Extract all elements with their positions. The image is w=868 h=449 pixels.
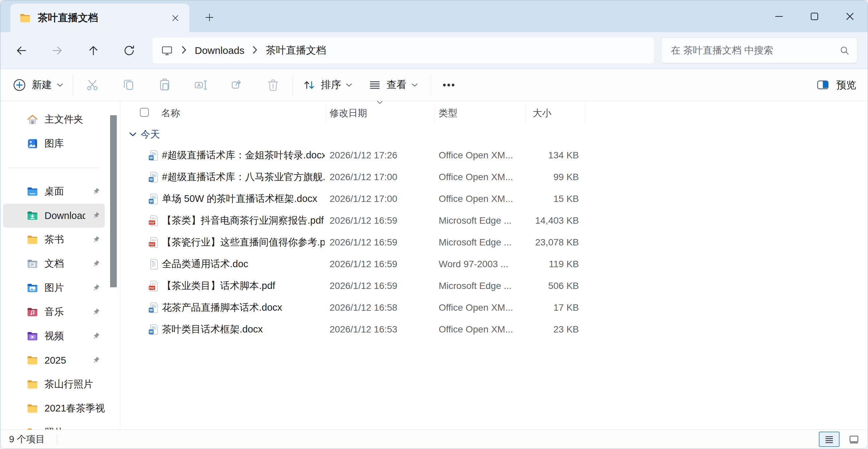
select-all-checkbox[interactable] xyxy=(140,108,149,117)
sidebar-item-documents[interactable]: 文档 xyxy=(3,252,105,276)
file-name: #超级直播话术库：金姐茶叶转录.docx xyxy=(162,149,324,162)
main-area: 主文件夹图库桌面Downloads茶书文档图片音乐视频2025茶山行照片2021… xyxy=(0,101,868,430)
sidebar-item-videos[interactable]: 视频 xyxy=(3,324,105,348)
titlebar[interactable]: 茶叶直播文档 xyxy=(0,0,868,32)
table-row[interactable]: W茶叶类目话术框架.docx2026/1/12 16:53Office Open… xyxy=(121,319,868,340)
table-row[interactable]: W#超级直播话术库：金姐茶叶转录.docx2026/1/12 17:26Offi… xyxy=(121,144,868,166)
search-input[interactable] xyxy=(670,44,839,56)
sidebar-item-teamount-photos[interactable]: 茶山行照片 xyxy=(3,372,105,396)
window-controls xyxy=(761,0,868,32)
file-size: 23,078 KB xyxy=(524,237,584,248)
minimize-button[interactable] xyxy=(761,0,797,32)
file-date-modified: 2026/1/12 16:59 xyxy=(324,215,433,226)
preview-toggle-button[interactable]: 预览 xyxy=(815,78,856,92)
table-row[interactable]: W花茶产品直播脚本话术.docx2026/1/12 16:58Office Op… xyxy=(121,297,868,319)
desktop-icon xyxy=(26,185,38,198)
rename-button[interactable] xyxy=(192,76,210,94)
this-pc-icon[interactable] xyxy=(161,44,173,57)
file-type: Office Open XM... xyxy=(433,150,524,161)
sidebar-item-2021-spring-tea[interactable]: 2021春茶季视频 xyxy=(3,396,105,421)
details-view-icon xyxy=(823,433,835,445)
forward-button[interactable] xyxy=(48,41,67,60)
sort-button-label: 排序 xyxy=(321,78,341,92)
sort-direction-icon xyxy=(377,101,383,106)
tab-close-icon[interactable] xyxy=(168,11,183,25)
breadcrumb-chevron-icon[interactable] xyxy=(252,45,258,56)
large-icons-view-button[interactable] xyxy=(844,431,864,447)
breadcrumb-chevron-icon[interactable] xyxy=(181,45,187,56)
breadcrumb: Downloads 茶叶直播文档 xyxy=(153,37,654,63)
pin-icon xyxy=(91,259,101,269)
table-row[interactable]: W#超级直播话术库：八马茶业官方旗舰...2026/1/12 17:00Offi… xyxy=(121,166,868,188)
sidebar-item-photos-partial[interactable]: 照片 xyxy=(3,421,105,430)
view-button[interactable]: 查看 xyxy=(368,78,418,92)
tab-title: 茶叶直播文档 xyxy=(38,11,161,25)
sidebar-item-tea-books[interactable]: 茶书 xyxy=(3,228,105,252)
breadcrumb-downloads[interactable]: Downloads xyxy=(195,45,244,56)
file-name: 茶叶类目话术框架.docx xyxy=(162,323,324,336)
sidebar-scrollbar[interactable] xyxy=(110,115,117,287)
file-type: Microsoft Edge ... xyxy=(433,280,524,291)
file-size: 15 KB xyxy=(524,193,584,204)
explorer-tab[interactable]: 茶叶直播文档 xyxy=(10,4,189,32)
downloads-icon xyxy=(26,210,38,222)
sidebar-item-2025[interactable]: 2025 xyxy=(3,348,105,372)
more-options-button[interactable] xyxy=(440,76,458,94)
group-collapse-icon xyxy=(129,132,136,137)
table-row[interactable]: 全品类通用话术.doc2026/1/12 16:59Word 97-2003 .… xyxy=(121,253,868,275)
command-toolbar: 新建 排序 查看 xyxy=(0,69,868,101)
table-row[interactable]: PDF【茶瓷行业】这些直播间值得你参考.p...2026/1/12 16:59M… xyxy=(121,231,868,253)
sidebar-item-music[interactable]: 音乐 xyxy=(3,300,105,324)
file-type: Microsoft Edge ... xyxy=(433,215,524,226)
column-header-size[interactable]: 大小 xyxy=(533,107,552,120)
close-button[interactable] xyxy=(832,0,868,32)
details-view-button[interactable] xyxy=(819,431,840,447)
sidebar-item-home[interactable]: 主文件夹 xyxy=(3,108,105,131)
column-header-type[interactable]: 类型 xyxy=(439,107,458,120)
table-row[interactable]: W单场 50W 的茶叶直播话术框架.docx2026/1/12 17:00Off… xyxy=(121,188,868,210)
up-button[interactable] xyxy=(84,41,103,60)
status-bar: 9 个项目 xyxy=(0,429,868,449)
music-icon xyxy=(26,306,38,318)
search-icon[interactable] xyxy=(839,45,850,56)
file-type: Office Open XM... xyxy=(433,324,524,335)
column-header-row: 名称 修改日期 类型 大小 xyxy=(121,101,868,124)
column-header-date[interactable]: 修改日期 xyxy=(330,107,367,120)
folder-icon xyxy=(26,378,38,390)
svg-text:PDF: PDF xyxy=(149,221,155,224)
maximize-button[interactable] xyxy=(797,0,832,32)
paste-button[interactable] xyxy=(156,76,174,94)
refresh-button[interactable] xyxy=(120,41,138,60)
svg-text:W: W xyxy=(150,199,153,203)
status-divider xyxy=(57,434,57,444)
sidebar-item-pictures[interactable]: 图片 xyxy=(3,276,105,300)
breadcrumb-current-folder[interactable]: 茶叶直播文档 xyxy=(266,43,326,57)
sidebar-item-downloads[interactable]: Downloads xyxy=(3,204,105,228)
file-type: Microsoft Edge ... xyxy=(433,237,524,248)
view-button-label: 查看 xyxy=(386,78,407,92)
file-name: 【茶业类目】话术脚本.pdf xyxy=(162,279,324,293)
file-type: Office Open XM... xyxy=(433,302,524,313)
file-name: 全品类通用话术.doc xyxy=(162,258,324,271)
sort-button[interactable]: 排序 xyxy=(302,78,352,92)
column-header-name[interactable]: 名称 xyxy=(161,107,180,120)
file-size: 17 KB xyxy=(524,302,584,313)
table-row[interactable]: PDF【茶业类目】话术脚本.pdf2026/1/12 16:59Microsof… xyxy=(121,275,868,297)
pin-icon xyxy=(91,356,101,365)
cut-button[interactable] xyxy=(83,76,101,94)
sidebar-item-gallery[interactable]: 图库 xyxy=(3,131,105,156)
folder-icon xyxy=(26,354,38,366)
group-header-today[interactable]: 今天 xyxy=(121,126,160,143)
search-box[interactable] xyxy=(661,37,857,63)
share-button[interactable] xyxy=(228,76,246,94)
sidebar-divider xyxy=(9,168,99,168)
back-button[interactable] xyxy=(12,41,31,60)
new-tab-button[interactable] xyxy=(200,8,218,26)
table-row[interactable]: PDF【茶类】抖音电商茶行业洞察报告.pdf2026/1/12 16:59Mic… xyxy=(121,210,868,231)
copy-button[interactable] xyxy=(120,76,138,94)
file-date-modified: 2026/1/12 16:59 xyxy=(324,280,433,291)
new-button[interactable]: 新建 xyxy=(12,77,63,93)
sidebar-item-desktop[interactable]: 桌面 xyxy=(3,179,105,204)
delete-button[interactable] xyxy=(264,76,282,94)
pdf-file-icon: PDF xyxy=(148,280,160,292)
